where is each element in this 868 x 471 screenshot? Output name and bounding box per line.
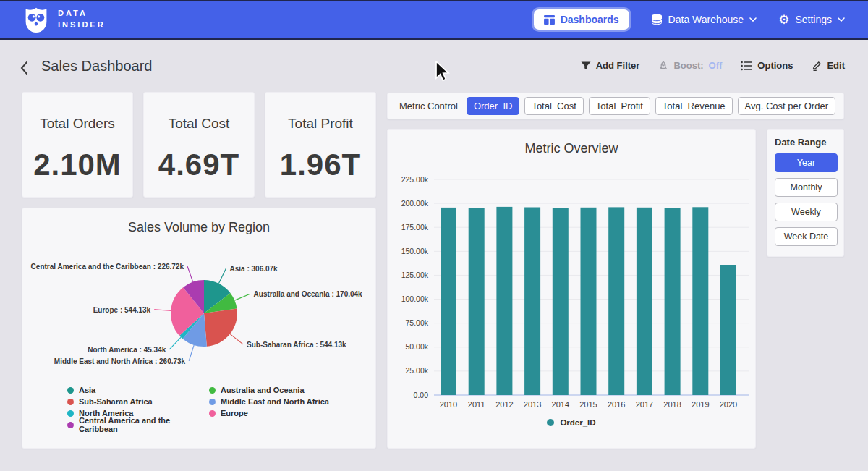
bar-legend: Order_ID xyxy=(388,418,755,427)
legend-item-middle-east-and-north-africa[interactable]: Middle East and North Africa xyxy=(209,396,329,407)
date-range-week-date[interactable]: Week Date xyxy=(775,227,838,246)
x-tick-label: 2011 xyxy=(468,400,485,409)
metric-chip-total-cost[interactable]: Total_Cost xyxy=(524,97,583,115)
options-button[interactable]: Options xyxy=(741,60,793,71)
brand-line2: INSIDER xyxy=(58,20,106,31)
pie-leader-line xyxy=(218,268,226,284)
chevron-down-icon xyxy=(749,17,757,22)
metric-chip-total-revenue[interactable]: Total_Revenue xyxy=(655,97,733,115)
metric-chip-avg-cost-per-order[interactable]: Avg. Cost per Order xyxy=(738,97,835,115)
bar-2015[interactable] xyxy=(581,208,597,395)
bar-2019[interactable] xyxy=(692,207,708,395)
mouse-cursor xyxy=(434,61,453,82)
add-filter-button[interactable]: Add Filter xyxy=(581,60,640,71)
legend-label: Australia and Oceania xyxy=(221,386,305,394)
x-tick-label: 2019 xyxy=(692,400,709,409)
pie-leader-line xyxy=(189,345,194,361)
bar-2013[interactable] xyxy=(524,208,540,396)
kpi-value: 4.69T xyxy=(144,148,254,182)
kpi-label: Total Profit xyxy=(265,116,375,132)
pie-chart-card: Sales Volume by Region Asia : 306.07kAus… xyxy=(22,208,376,449)
legend-dot xyxy=(547,419,554,426)
metric-control-bar: Metric Control Order_IDTotal_CostTotal_P… xyxy=(387,93,844,119)
bar-2020[interactable] xyxy=(720,265,736,395)
bar-chart-card: Metric Overview 0.0025.00k50.00k75.00k10… xyxy=(387,129,756,449)
bar-2016[interactable] xyxy=(608,207,624,395)
y-tick-label: 225.00k xyxy=(401,175,429,184)
pie-legend: AsiaSub-Saharan AfricaNorth AmericaCentr… xyxy=(67,384,329,430)
nav-data-warehouse[interactable]: Data Warehouse xyxy=(651,14,757,25)
legend-item-central-america-and-the-caribbean[interactable]: Central America and the Caribbean xyxy=(67,419,209,430)
x-tick-label: 2013 xyxy=(524,400,541,409)
bar-2011[interactable] xyxy=(469,208,485,395)
legend-label: Middle East and North Africa xyxy=(221,397,329,406)
legend-dot xyxy=(209,399,216,405)
metric-control-label: Metric Control xyxy=(399,101,458,111)
bar-2018[interactable] xyxy=(665,208,681,395)
legend-item-sub-saharan-africa[interactable]: Sub-Saharan Africa xyxy=(67,396,209,407)
bar-chart: 0.0025.00k50.00k75.00k100.00k125.00k150.… xyxy=(395,166,749,415)
pie-label-north-america: North America : 45.34k xyxy=(88,346,166,354)
legend-item-australia-and-oceania[interactable]: Australia and Oceania xyxy=(209,384,329,396)
y-tick-label: 25.00k xyxy=(405,366,428,375)
bar-2014[interactable] xyxy=(553,208,569,395)
date-range-panel: Date Range YearMonthlyWeeklyWeek Date xyxy=(767,129,844,257)
nav-dashboards-button[interactable]: Dashboards xyxy=(534,9,629,30)
nav-settings[interactable]: ⚙ Settings xyxy=(778,14,845,26)
pie-leader-line xyxy=(234,294,250,300)
bar-legend-label: Order_ID xyxy=(560,418,595,427)
filter-icon xyxy=(581,61,591,70)
legend-label: Europe xyxy=(221,409,248,417)
boost-toggle[interactable]: Boost: Off xyxy=(658,60,722,71)
edit-button[interactable]: Edit xyxy=(812,60,845,71)
kpi-value: 2.10M xyxy=(22,148,132,182)
date-range-weekly[interactable]: Weekly xyxy=(775,203,838,221)
metric-chip-total-profit[interactable]: Total_Profit xyxy=(589,97,650,115)
date-range-monthly[interactable]: Monthly xyxy=(775,178,838,197)
y-tick-label: 125.00k xyxy=(401,271,429,279)
kpi-label: Total Orders xyxy=(22,116,132,132)
kpi-value: 1.96T xyxy=(265,148,375,182)
pie-slice-sub-saharan-africa[interactable] xyxy=(204,308,237,346)
chevron-down-icon xyxy=(838,17,845,22)
x-tick-label: 2020 xyxy=(720,400,737,409)
legend-dot xyxy=(209,387,216,394)
rocket-icon xyxy=(658,61,668,70)
kpi-card-total-orders: Total Orders2.10M xyxy=(22,92,133,198)
x-tick-label: 2018 xyxy=(663,400,681,409)
bar-2010[interactable] xyxy=(441,208,456,395)
x-tick-label: 2015 xyxy=(579,400,597,409)
dashboard-grid-icon xyxy=(544,15,555,25)
x-tick-label: 2017 xyxy=(636,400,653,409)
bar-2017[interactable] xyxy=(637,208,652,395)
metric-chip-order-id[interactable]: Order_ID xyxy=(467,97,519,115)
list-options-icon xyxy=(741,61,752,71)
nav-dashboards-label: Dashboards xyxy=(561,14,619,25)
chevron-left-icon xyxy=(20,61,29,75)
legend-item-europe[interactable]: Europe xyxy=(209,407,329,419)
pie-chart-title: Sales Volume by Region xyxy=(22,220,375,235)
boost-label: Boost: xyxy=(673,60,703,71)
pie-label-australia-and-oceania: Australia and Oceania : 170.04k xyxy=(254,290,363,298)
database-icon xyxy=(651,14,663,25)
back-button[interactable] xyxy=(20,61,29,78)
pie-leader-line xyxy=(154,310,171,311)
nav-settings-label: Settings xyxy=(795,14,832,25)
page-title: Sales Dashboard xyxy=(41,58,152,75)
pie-label-sub-saharan-africa: Sub-Saharan Africa : 544.13k xyxy=(247,341,346,349)
pie-chart: Asia : 306.07kAustralia and Oceania : 17… xyxy=(22,243,377,382)
brand: DATA INSIDER xyxy=(23,5,106,34)
pie-leader-line xyxy=(169,337,181,349)
legend-label: Asia xyxy=(79,386,95,394)
y-tick-label: 0.00 xyxy=(414,391,429,399)
y-tick-label: 50.00k xyxy=(405,342,428,351)
date-range-year[interactable]: Year xyxy=(775,153,838,172)
y-tick-label: 150.00k xyxy=(401,247,429,255)
legend-dot xyxy=(67,422,74,428)
pie-label-asia: Asia : 306.07k xyxy=(230,265,278,273)
top-navbar: DATA INSIDER Dashboards Data Warehouse xyxy=(0,0,868,40)
pie-label-europe: Europe : 544.13k xyxy=(93,306,151,314)
legend-item-asia[interactable]: Asia xyxy=(67,384,209,396)
add-filter-label: Add Filter xyxy=(596,60,640,71)
bar-2012[interactable] xyxy=(496,207,512,395)
